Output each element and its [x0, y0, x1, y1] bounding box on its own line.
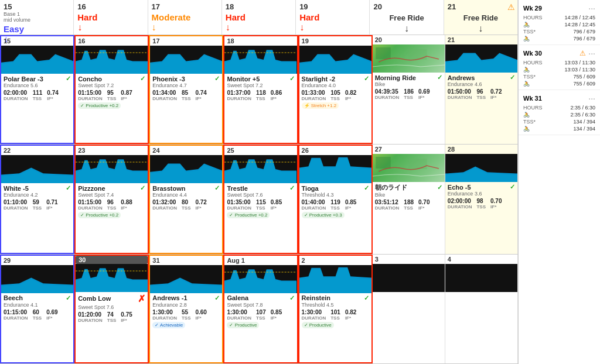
duration-lbl: DURATION — [302, 315, 326, 321]
tss-val: 85 — [182, 90, 191, 96]
duration-lbl: DURATION — [227, 205, 251, 211]
duration-val: 1:30:00 — [227, 309, 251, 315]
sidebar-stat-label: 🚴 — [523, 67, 564, 73]
workout-stats: 02:00:00DURATION98TSS0.70IF* — [448, 198, 515, 210]
svg-marker-3 — [76, 50, 148, 74]
check-icon: ✓ — [140, 75, 145, 83]
duration-val: 01:10:00 — [4, 199, 28, 205]
duration-lbl: DURATION — [448, 95, 472, 100]
if-val: 0.72 — [490, 88, 502, 95]
if-val: 0.69 — [418, 88, 429, 95]
if-lbl: IF* — [271, 205, 282, 211]
svg-marker-19 — [76, 160, 148, 184]
if-val: 0.85 — [271, 309, 282, 315]
sidebar-stat-label: TSS* — [523, 29, 573, 35]
sidebar-stat-value: 13:03 / 11:30 — [564, 60, 595, 66]
if-lbl: IF* — [46, 205, 57, 211]
if-val: 0.86 — [271, 90, 282, 96]
header-cell-21: 21Free Ride↓⚠ — [444, 0, 518, 35]
duration-lbl: DURATION — [302, 205, 326, 211]
workout-info: Monitor +5✓Sweet Spot 7.201:37:00DURATIO… — [224, 74, 296, 143]
if-lbl: IF* — [121, 96, 132, 101]
workout-name: Trestle✓ — [227, 184, 294, 192]
check-icon: ✓ — [437, 184, 442, 191]
sidebar-stat-value: 14:28 / 12:45 — [564, 22, 595, 28]
tss-val: 115 — [256, 199, 266, 205]
cell-date: 4 — [445, 255, 517, 264]
week-menu-dots[interactable]: ··· — [588, 94, 595, 103]
day-cell: 28Echo -5✓Endurance 3.602:00:00DURATION9… — [445, 145, 518, 253]
day-cell: 23Pizzzone✓Sweet Spot 7.401:15:00DURATIO… — [74, 145, 149, 253]
workout-badge: ✓ Productive +0.2 — [227, 212, 270, 218]
if-val: 0.71 — [46, 199, 57, 205]
if-lbl: IF* — [271, 96, 282, 101]
workout-name: Comb Low✗ — [78, 293, 145, 304]
sidebar-week-section: Wk 31···HOURS2:35 / 6:30🚴2:35 / 6:30TSS*… — [519, 90, 600, 135]
check-icon: ✓ — [510, 74, 515, 81]
cell-date: 31 — [150, 256, 222, 265]
week-menu-dots[interactable]: ··· — [588, 49, 595, 58]
sidebar-stat-label: 🚴 — [523, 126, 573, 132]
sidebar-stat-label: HOURS — [523, 105, 570, 111]
week-menu-dots[interactable]: ··· — [588, 4, 595, 13]
duration-val: 1:30:00 — [302, 309, 326, 315]
if-val: 0.69 — [46, 309, 57, 315]
workout-info: 朝のライド✓Bike03:51:12DURATION188TSS0.70IF* — [373, 182, 445, 253]
duration-lbl: DURATION — [78, 318, 103, 323]
duration-val: 03:51:12 — [375, 199, 400, 205]
day-number: 15 — [4, 2, 70, 11]
workout-name: White -5✓ — [4, 184, 71, 192]
workout-name-text: Pizzzone — [78, 185, 105, 192]
if-lbl: IF* — [490, 204, 502, 210]
if-lbl: IF* — [121, 318, 132, 323]
sidebar-stat-row: TSS*796 / 679 — [519, 28, 600, 35]
tss-lbl: TSS — [33, 315, 42, 321]
cell-date: 29 — [1, 256, 73, 265]
cell-date: 18 — [224, 36, 296, 46]
day-cell: 29Beech✓Endurance 4.101:15:00DURATION60T… — [0, 255, 74, 363]
duration-lbl: DURATION — [152, 96, 177, 101]
sub-label: Base 1 mid volume — [4, 11, 70, 23]
cell-date: 25 — [224, 146, 296, 155]
sidebar-stat-value: 134 / 394 — [573, 126, 595, 132]
workout-info: Trestle✓Sweet Spot 7.601:35:00DURATION11… — [224, 183, 296, 252]
check-icon: ✓ — [289, 75, 295, 83]
workout-stats: 01:32:00DURATION80TSS0.72IF* — [152, 199, 220, 211]
sidebar-stat-value: 14:28 / 12:45 — [564, 15, 595, 20]
duration-val: 01:37:00 — [227, 90, 251, 96]
if-val: 0.70 — [418, 199, 429, 205]
workout-info: Andrews✓Endurance 4.601:50:00DURATION96T… — [445, 73, 517, 144]
tss-val: 105 — [330, 90, 340, 96]
workout-name-text: Phoenix -3 — [152, 75, 185, 83]
day-cell: 16Concho✓Sweet Spot 7.201:15:00DURATION9… — [74, 35, 149, 144]
workout-info: Pizzzone✓Sweet Spot 7.401:15:00DURATION9… — [76, 183, 148, 252]
svg-marker-6 — [150, 54, 222, 74]
sidebar-week-title-row: Wk 31··· — [519, 92, 600, 104]
workout-info: Comb Low✗Sweet Spot 7.601:20:00DURATION7… — [76, 292, 148, 362]
day-cell: 25Trestle✓Sweet Spot 7.601:35:00DURATION… — [223, 145, 298, 253]
workout-name-text: Concho — [78, 75, 102, 83]
workout-name: 朝のライド✓ — [375, 183, 442, 192]
check-icon: ✓ — [66, 184, 71, 192]
sidebar-stat-label: 🚴 — [523, 112, 570, 118]
workout-type: Sweet Spot 7.4 — [78, 192, 145, 198]
duration-val: 1:30:00 — [152, 309, 177, 315]
day-label: Hard — [77, 12, 144, 22]
workout-type: Bike — [375, 81, 442, 87]
day-number: 20 — [373, 2, 439, 11]
day-cell: 2Reinstein✓Threshold 4.51:30:00DURATION1… — [298, 255, 373, 363]
cell-date: 16 — [76, 36, 148, 46]
check-icon: ✓ — [437, 74, 442, 81]
if-lbl: IF* — [271, 315, 282, 321]
cell-date: 26 — [299, 146, 371, 155]
check-icon: ✓ — [289, 294, 295, 302]
workout-type: Bike — [375, 192, 442, 198]
svg-marker-43 — [299, 267, 371, 293]
sidebar-week-label: Wk 29 — [523, 5, 542, 12]
duration-val: 01:32:00 — [152, 199, 177, 205]
svg-marker-15 — [445, 53, 517, 73]
tss-lbl: TSS — [330, 205, 340, 211]
arrow-icon: ↓ — [152, 22, 218, 33]
workout-stats: 01:15:00DURATION60TSS0.69IF* — [4, 309, 71, 321]
tss-lbl: TSS — [107, 205, 117, 211]
